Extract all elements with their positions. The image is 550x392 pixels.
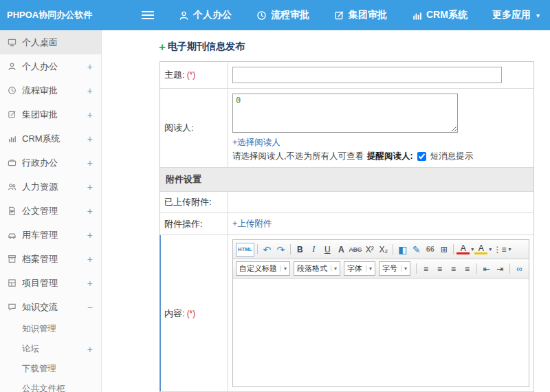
remind-readers-label: 提醒阅读人: — [367, 151, 413, 162]
caret-down-icon[interactable]: ▾ — [489, 246, 492, 252]
expand-icon[interactable]: + — [87, 182, 93, 193]
sidebar-item-workflow-approval[interactable]: 流程审批 + — [0, 78, 101, 102]
sidebar-item-knowledge-exchange[interactable]: 知识交流 − — [0, 295, 101, 319]
align-justify-button[interactable]: ≡ — [461, 262, 474, 276]
publish-form: 主题: (*) 阅读人: 0 +选择阅读人 请选择阅读人,不选为所有人可查看 — [160, 61, 534, 392]
page-title-text: 电子期刊信息发布 — [168, 41, 245, 53]
sms-label: 短消息提示 — [430, 151, 474, 162]
insert-link-button[interactable]: ∞ — [513, 262, 526, 276]
insert-image-button[interactable]: ▦ — [527, 262, 529, 276]
toolbar-separator — [416, 263, 417, 274]
align-left-button[interactable]: ≡ — [419, 262, 432, 276]
expand-icon[interactable]: + — [87, 61, 93, 72]
edit-icon — [334, 10, 344, 21]
sidebar-item-project-management[interactable]: 项目管理 + — [0, 271, 101, 295]
sidebar-item-admin-office[interactable]: 行政办公 + — [0, 151, 101, 175]
subscript-button[interactable]: X₂ — [377, 243, 390, 257]
sms-checkbox[interactable] — [417, 152, 426, 161]
sidebar-item-personal-office[interactable]: 个人办公 + — [0, 54, 101, 78]
blockquote-button[interactable]: 66 — [424, 243, 437, 257]
paragraph-format-value: 段落格式 — [297, 263, 327, 274]
outdent-button[interactable]: ⇤ — [480, 262, 493, 276]
nav-group-approval[interactable]: 集团审批 — [334, 9, 387, 21]
sidebar-item-label: 流程审批 — [22, 85, 58, 97]
uploaded-value-cell — [228, 192, 534, 213]
italic-button[interactable]: I — [307, 243, 320, 257]
rich-text-editor: HTML ↶ ↷ B I U A ABC X² X₂ — [232, 239, 529, 387]
readers-row: 阅读人: 0 +选择阅读人 请选择阅读人,不选为所有人可查看 提醒阅读人: 短消… — [160, 89, 534, 168]
sidebar-subitem-knowledge-management[interactable]: 知识管理 — [0, 319, 101, 339]
sidebar-subitem-label: 知识管理 — [22, 323, 56, 335]
heading-select[interactable]: 自定义标题 ▾ — [236, 261, 290, 276]
sidebar-item-archive-management[interactable]: 档案管理 + — [0, 247, 101, 271]
uploaded-attachments-row: 已上传附件: — [160, 192, 534, 213]
upload-attachment-link[interactable]: +上传附件 — [232, 219, 272, 228]
font-button[interactable]: A — [335, 243, 348, 257]
format-painter-button[interactable]: ✎ — [410, 243, 423, 257]
sidebar-subitem-public-file-cabinet[interactable]: 公共文件柜 — [0, 379, 101, 392]
sidebar-item-doc-management[interactable]: 公文管理 + — [0, 199, 101, 223]
list-button[interactable]: ⋮≡ — [492, 243, 507, 257]
choose-readers-link[interactable]: +选择阅读人 — [232, 137, 280, 149]
readers-label-cell: 阅读人: — [160, 89, 228, 167]
expand-icon[interactable]: + — [87, 157, 93, 168]
sidebar-item-vehicle-management[interactable]: 用车管理 + — [0, 223, 101, 247]
chat-icon — [8, 303, 16, 312]
caret-down-icon[interactable]: ▾ — [508, 246, 511, 252]
superscript-button[interactable]: X² — [363, 243, 376, 257]
main-content: + 电子期刊信息发布 主题: (*) 阅读人: 0 — [102, 30, 550, 392]
sidebar: 个人桌面 个人办公 + 流程审批 + 集团审批 + CRM系统 + 行政办公 + — [0, 30, 102, 392]
undo-button[interactable]: ↶ — [261, 243, 274, 257]
nav-workflow-approval[interactable]: 流程审批 — [256, 9, 309, 21]
app-logo: PHPOA协同办公软件 — [0, 9, 103, 21]
sidebar-item-hr[interactable]: 人力资源 + — [0, 175, 101, 199]
subject-input[interactable] — [232, 67, 502, 83]
user-icon — [179, 10, 189, 21]
insert-table-button[interactable]: ⊞ — [437, 243, 450, 257]
underline-button[interactable]: U — [321, 243, 334, 257]
sidebar-item-label: 档案管理 — [22, 253, 58, 265]
editor-content-area[interactable] — [233, 279, 529, 386]
expand-icon[interactable]: + — [87, 206, 93, 217]
nav-crm[interactable]: CRM系统 — [412, 9, 468, 21]
collapse-icon[interactable]: − — [87, 302, 93, 313]
nav-personal-office[interactable]: 个人办公 — [179, 9, 232, 21]
font-color-button[interactable]: A — [456, 245, 470, 254]
align-center-button[interactable]: ≡ — [433, 262, 446, 276]
subject-label: 主题: — [164, 69, 185, 81]
expand-icon[interactable]: + — [87, 230, 93, 241]
source-code-button[interactable]: HTML — [236, 243, 254, 257]
uploaded-label: 已上传附件: — [164, 196, 212, 208]
project-icon — [8, 279, 16, 287]
expand-icon[interactable]: + — [87, 133, 93, 144]
subject-row: 主题: (*) — [160, 62, 534, 89]
indent-button[interactable]: ⇥ — [494, 262, 507, 276]
expand-icon[interactable]: + — [87, 344, 93, 355]
readers-textarea[interactable]: 0 — [232, 94, 458, 133]
menu-icon[interactable] — [142, 9, 154, 21]
highlight-color-button[interactable]: A — [474, 245, 487, 254]
caret-down-icon[interactable]: ▾ — [471, 246, 474, 252]
sidebar-item-group-approval[interactable]: 集团审批 + — [0, 102, 101, 127]
font-size-select[interactable]: 字号 ▾ — [379, 261, 410, 276]
remove-format-button[interactable]: ◧ — [396, 243, 409, 257]
expand-icon[interactable]: + — [87, 254, 93, 265]
sidebar-item-personal-desktop[interactable]: 个人桌面 — [0, 30, 101, 54]
sidebar-item-label: 项目管理 — [22, 277, 58, 290]
paragraph-format-select[interactable]: 段落格式 ▾ — [294, 261, 340, 276]
expand-icon[interactable]: + — [87, 278, 93, 289]
redo-button[interactable]: ↷ — [274, 243, 287, 257]
content-label: 内容: — [164, 307, 185, 320]
align-right-button[interactable]: ≡ — [447, 262, 460, 276]
bold-button[interactable]: B — [294, 243, 307, 257]
sidebar-subitem-download-management[interactable]: 下载管理 — [0, 359, 101, 379]
nav-label: 集团审批 — [349, 9, 387, 21]
sidebar-item-crm[interactable]: CRM系统 + — [0, 127, 101, 151]
expand-icon[interactable]: + — [87, 85, 93, 96]
strikethrough-button[interactable]: ABC — [349, 243, 363, 257]
expand-icon[interactable]: + — [87, 109, 93, 120]
nav-more-apps[interactable]: 更多应用 ▾ — [492, 9, 540, 21]
font-family-select[interactable]: 字体 ▾ — [344, 261, 375, 276]
sidebar-subitem-forum[interactable]: 论坛 + — [0, 339, 101, 359]
sidebar-item-label: 人力资源 — [22, 181, 58, 193]
